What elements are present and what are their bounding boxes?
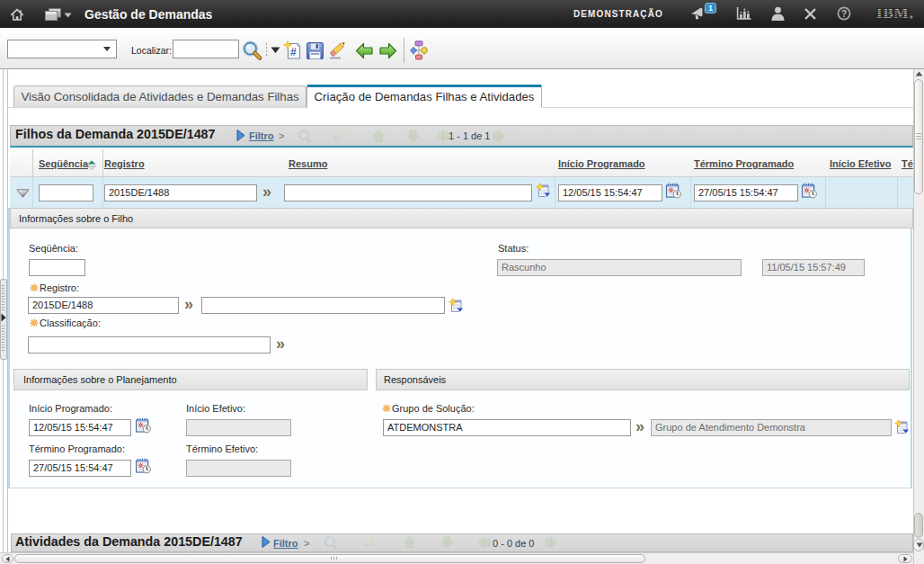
svg-text:?: ? bbox=[841, 9, 847, 19]
svg-text:#: # bbox=[290, 46, 297, 58]
